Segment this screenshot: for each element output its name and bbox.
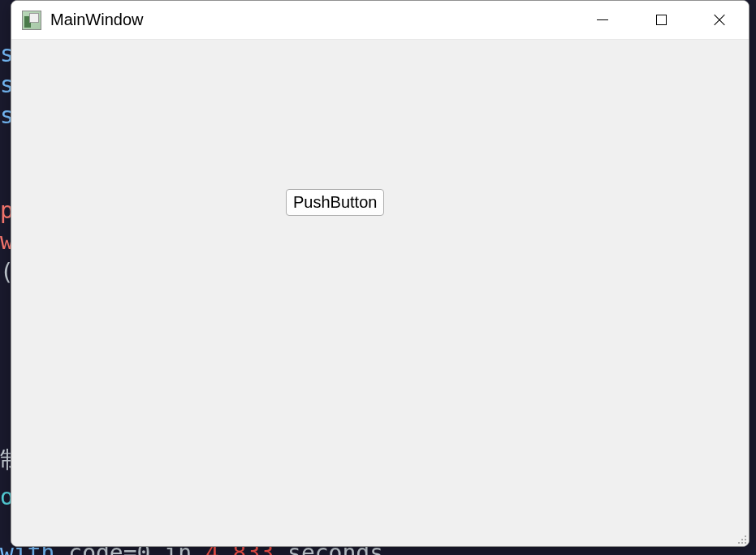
app-icon: [21, 10, 42, 31]
window-controls: [573, 1, 749, 40]
main-window: MainWindow PushButton: [11, 0, 750, 547]
push-button[interactable]: PushButton: [286, 189, 384, 216]
client-area: PushButton: [11, 40, 749, 546]
minimize-icon: [597, 19, 608, 20]
resize-grip[interactable]: [734, 531, 747, 544]
minimize-button[interactable]: [573, 1, 632, 40]
close-icon: [713, 14, 726, 27]
maximize-button[interactable]: [632, 1, 690, 40]
window-title: MainWindow: [50, 11, 143, 29]
title-bar[interactable]: MainWindow: [11, 1, 749, 40]
svg-point-5: [745, 542, 746, 544]
svg-point-2: [745, 539, 746, 540]
resize-grip-icon: [734, 531, 747, 544]
svg-point-1: [741, 539, 743, 540]
maximize-icon: [656, 15, 667, 25]
svg-point-0: [745, 536, 746, 537]
svg-point-4: [741, 542, 743, 544]
close-button[interactable]: [690, 1, 749, 40]
svg-point-3: [738, 542, 740, 544]
